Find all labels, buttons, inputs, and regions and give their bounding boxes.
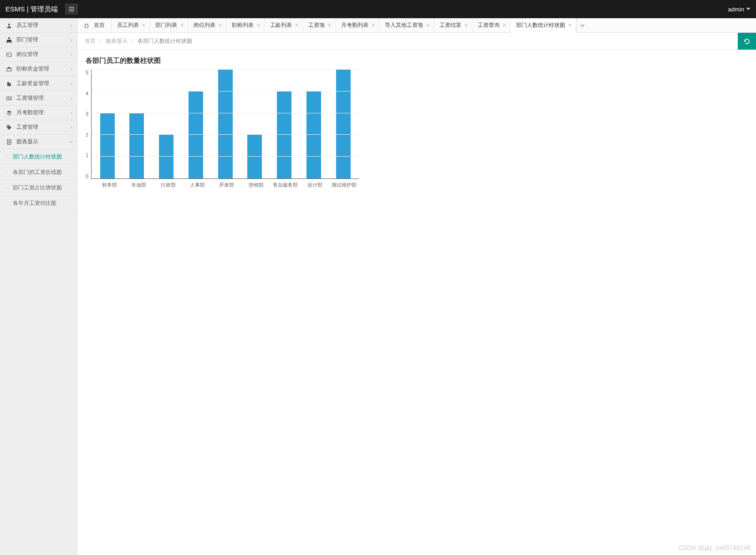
tab-label: 工资项: [308, 21, 325, 29]
chevron-right-icon: ›: [5, 170, 7, 175]
tab-item[interactable]: 月考勤列表✕: [336, 18, 379, 32]
tab-item[interactable]: 岗位列表✕: [188, 18, 226, 32]
sidebar-toggle-button[interactable]: [65, 4, 78, 15]
menu-icon: [69, 7, 74, 11]
tab-item[interactable]: 工资查询✕: [472, 18, 511, 32]
sidebar-sub-dept-pie[interactable]: › 部门工资占比饼状图: [0, 180, 77, 196]
bar[interactable]: [189, 92, 203, 178]
breadcrumb-sep: /: [100, 38, 101, 44]
sidebar-item-label: 职称奖金管理: [16, 65, 49, 73]
x-tick: 营销部: [241, 182, 271, 188]
chevron-down-icon: [580, 24, 585, 27]
chevron-right-icon: ›: [71, 22, 72, 29]
grid-line: [92, 91, 359, 92]
close-icon[interactable]: ✕: [502, 22, 506, 28]
chevron-right-icon: ›: [71, 51, 72, 58]
chevron-right-icon: ›: [71, 95, 72, 102]
close-icon[interactable]: ✕: [142, 22, 146, 28]
grid-line: [92, 113, 359, 113]
breadcrumb-row: 首页 / 图表显示 / 各部门人数统计柱状图: [77, 33, 756, 50]
close-icon[interactable]: ✕: [568, 22, 572, 28]
sitemap-icon: [5, 37, 13, 43]
close-icon[interactable]: ✕: [256, 22, 261, 28]
tab-label: 导入其他工资项: [385, 21, 423, 29]
y-tick: 3: [86, 111, 88, 117]
bar[interactable]: [159, 135, 174, 178]
sidebar-item-employee[interactable]: 员工管理 ›: [0, 18, 77, 33]
tab-label: 首页: [94, 21, 105, 29]
sidebar-item-title-bonus[interactable]: 职称奖金管理 ›: [0, 62, 77, 76]
bar[interactable]: [100, 113, 115, 178]
refresh-icon: [743, 38, 751, 45]
grid-line: [92, 134, 359, 135]
tab-item[interactable]: 工龄列表✕: [265, 18, 303, 32]
tab-item[interactable]: 职称列表✕: [226, 18, 265, 32]
tab-item[interactable]: 员工列表✕: [112, 18, 150, 32]
y-tick: 4: [86, 91, 88, 96]
chevron-right-icon: ›: [5, 201, 7, 206]
svg-rect-3: [9, 41, 10, 43]
svg-point-11: [9, 97, 10, 99]
close-icon[interactable]: ✕: [327, 22, 332, 28]
svg-rect-9: [9, 83, 11, 86]
y-tick: 5: [86, 70, 88, 75]
svg-rect-4: [10, 41, 12, 43]
close-icon[interactable]: ✕: [426, 22, 430, 28]
briefcase-icon: [5, 66, 13, 72]
x-tick: 测试维护部: [330, 182, 359, 188]
y-tick: 0: [86, 173, 88, 179]
user-menu[interactable]: admin: [728, 6, 751, 13]
sidebar-item-seniority-bonus[interactable]: 工龄奖金管理 ›: [0, 76, 77, 91]
close-icon[interactable]: ✕: [218, 22, 222, 28]
app-brand: ESMS | 管理员端: [5, 5, 58, 14]
tab-label: 工资查询: [478, 21, 500, 29]
sidebar-sub-dept-line[interactable]: › 各部门的工资折线图: [0, 165, 77, 180]
id-card-icon: [5, 52, 13, 57]
bar[interactable]: [129, 113, 144, 178]
sidebar-item-charts[interactable]: 图表显示 ›: [0, 135, 77, 149]
breadcrumb-root[interactable]: 首页: [85, 38, 96, 44]
bar[interactable]: [218, 70, 233, 178]
close-icon[interactable]: ✕: [464, 22, 468, 28]
sidebar-sub-label: 部门工资占比饼状图: [13, 184, 62, 192]
chevron-right-icon: ›: [71, 124, 72, 131]
sidebar: 员工管理 › 部门管理 › 岗位管理 › 职称奖金管理 › 工龄奖金管理 › 工…: [0, 18, 77, 555]
sidebar-item-salary[interactable]: 工资管理 ›: [0, 120, 77, 135]
tab-item[interactable]: 工资项✕: [303, 18, 336, 32]
sidebar-item-position[interactable]: 岗位管理 ›: [0, 47, 77, 62]
tab-item[interactable]: 部门列表✕: [150, 18, 188, 32]
tab-item[interactable]: 部门人数统计柱状图✕: [511, 18, 576, 33]
refresh-button[interactable]: [738, 33, 756, 50]
sidebar-item-salary-item[interactable]: 工资项管理 ›: [0, 91, 77, 106]
tab-label: 工龄列表: [270, 21, 292, 29]
document-icon: [5, 139, 13, 145]
svg-point-12: [8, 126, 9, 127]
bar[interactable]: [247, 135, 262, 178]
chart-plot: [91, 70, 359, 179]
tab-label: 月考勤列表: [341, 21, 368, 29]
sidebar-sub-yearly[interactable]: › 各年月工资对比图: [0, 196, 77, 211]
close-icon[interactable]: ✕: [295, 22, 299, 28]
sidebar-item-label: 工龄奖金管理: [16, 80, 49, 87]
chart-bars: [92, 70, 359, 178]
bar[interactable]: [336, 70, 351, 178]
svg-rect-2: [6, 41, 8, 43]
sidebar-item-attendance[interactable]: 月考勤管理 ›: [0, 106, 77, 120]
sidebar-item-label: 部门管理: [16, 36, 38, 44]
close-icon[interactable]: ✕: [371, 22, 375, 28]
tab-item[interactable]: 导入其他工资项✕: [379, 18, 434, 32]
sidebar-item-department[interactable]: 部门管理 ›: [0, 33, 77, 47]
breadcrumb-mid[interactable]: 图表显示: [106, 38, 128, 44]
chevron-right-icon: ›: [71, 66, 72, 72]
grid-line: [92, 156, 359, 157]
tabs-more-button[interactable]: [576, 18, 588, 32]
bar[interactable]: [277, 92, 291, 178]
sidebar-sub-dept-bar[interactable]: › 部门人数统计柱状图: [0, 149, 77, 165]
y-tick: 2: [86, 132, 88, 137]
tab-home[interactable]: 首页: [77, 18, 112, 32]
bar[interactable]: [306, 92, 321, 178]
chart: 543210 财务部市场部行政部人事部开发部营销部售后服务部设计部测试维护部: [86, 70, 359, 188]
grid-line: [92, 69, 359, 70]
tab-item[interactable]: 工资结算✕: [434, 18, 472, 32]
close-icon[interactable]: ✕: [180, 22, 184, 28]
